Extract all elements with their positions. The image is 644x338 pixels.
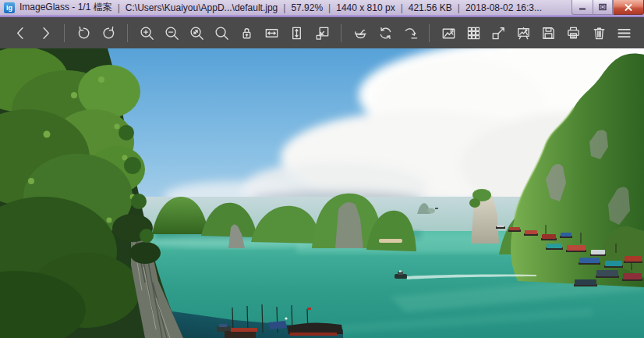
trash-icon xyxy=(590,24,608,42)
rotate-cw-icon xyxy=(100,24,118,42)
print-button[interactable] xyxy=(561,20,586,45)
zoom-in-button[interactable] xyxy=(134,20,159,45)
title-segment: ImageGlass - 1/1 檔案 xyxy=(19,1,112,14)
imageglass-logo-icon: Ig xyxy=(4,2,15,13)
rotate-counterclockwise-button[interactable] xyxy=(71,20,96,45)
halong-bay-photo xyxy=(0,48,644,338)
zoom-out-button[interactable] xyxy=(159,20,184,45)
full-screen-button[interactable] xyxy=(487,20,511,45)
title-segment: 421.56 KB xyxy=(409,2,452,13)
magnifier-icon xyxy=(213,24,231,42)
slideshow-button[interactable] xyxy=(511,20,536,45)
maximize-button[interactable] xyxy=(593,0,613,15)
toolbar xyxy=(0,17,644,48)
scale-to-height-button[interactable] xyxy=(285,20,310,45)
chevron-right-icon xyxy=(37,24,55,42)
title-separator: | xyxy=(395,2,409,13)
actual-size-button[interactable] xyxy=(210,20,235,45)
viewer-canvas[interactable] xyxy=(0,48,644,338)
title-segment: 57.92% xyxy=(291,2,323,13)
title-bar[interactable]: Ig ImageGlass - 1/1 檔案|C:\Users\Kuaiyou\… xyxy=(0,0,644,15)
fit-width-icon xyxy=(263,24,281,42)
save-icon xyxy=(540,24,557,42)
title-text: ImageGlass - 1/1 檔案|C:\Users\Kuaiyou\App… xyxy=(19,1,542,14)
thumbnail-gallery-button[interactable] xyxy=(462,20,487,45)
logo-text: Ig xyxy=(6,4,12,12)
auto-size-window-button[interactable] xyxy=(310,20,334,45)
toolbar-separator xyxy=(64,24,65,42)
lock-icon xyxy=(238,24,256,42)
open-file-icon xyxy=(352,24,370,42)
save-button[interactable] xyxy=(536,20,561,45)
title-separator: | xyxy=(278,2,291,13)
close-icon xyxy=(624,3,633,12)
main-menu-button[interactable] xyxy=(611,20,636,45)
zoom-in-icon xyxy=(138,24,156,42)
fullscreen-icon xyxy=(490,24,508,42)
title-segment: C:\Users\Kuaiyou\AppD...\default.jpg xyxy=(126,2,278,13)
goto-icon xyxy=(402,24,419,42)
maximize-icon xyxy=(598,3,607,12)
minimize-icon xyxy=(578,3,587,11)
title-separator: | xyxy=(112,2,126,13)
previous-image-button[interactable] xyxy=(8,20,33,45)
imageglass-window: Ig ImageGlass - 1/1 檔案|C:\Users\Kuaiyou\… xyxy=(0,0,644,338)
menu-icon xyxy=(615,24,633,42)
chevron-left-icon xyxy=(12,24,30,42)
open-file-button[interactable] xyxy=(348,20,373,45)
go-to-page-button[interactable] xyxy=(398,20,423,45)
rotate-clockwise-button[interactable] xyxy=(96,20,121,45)
grid-icon xyxy=(465,24,483,42)
title-separator: | xyxy=(452,2,465,13)
close-button[interactable] xyxy=(613,0,644,15)
next-image-button[interactable] xyxy=(33,20,58,45)
refresh-button[interactable] xyxy=(373,20,398,45)
slideshow-icon xyxy=(515,24,533,42)
refresh-icon xyxy=(377,24,395,42)
toolbar-separator xyxy=(127,24,128,42)
fit-height-icon xyxy=(288,24,306,42)
scale-to-fit-button[interactable] xyxy=(185,20,210,45)
auto-size-icon xyxy=(313,24,331,42)
delete-button[interactable] xyxy=(586,20,611,45)
picture-icon xyxy=(440,24,458,42)
title-segment: 2018-08-02 16:3... xyxy=(465,2,542,13)
window-controls xyxy=(571,0,644,15)
toolbar-separator xyxy=(429,24,430,42)
checkerboard-background-button[interactable] xyxy=(436,20,461,45)
toolbar-separator xyxy=(341,24,341,42)
lock-zoom-button[interactable] xyxy=(235,20,260,45)
print-icon xyxy=(564,24,582,42)
scale-to-width-button[interactable] xyxy=(260,20,285,45)
zoom-fit-icon xyxy=(188,24,206,42)
title-separator: | xyxy=(323,2,336,13)
zoom-out-icon xyxy=(163,24,181,42)
title-segment: 1440 x 810 px xyxy=(336,2,395,13)
rotate-ccw-icon xyxy=(75,24,93,42)
minimize-button[interactable] xyxy=(571,0,593,15)
